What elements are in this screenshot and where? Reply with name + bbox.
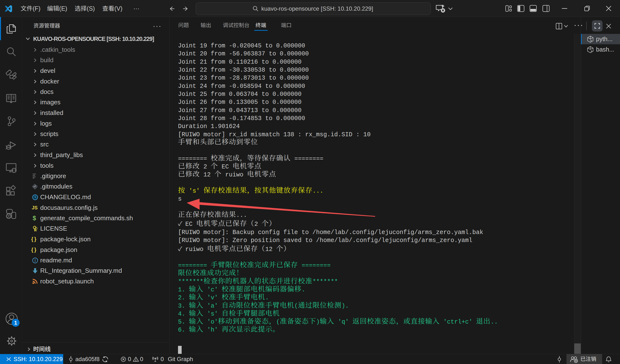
svg-text:$: $ — [591, 40, 592, 42]
svg-text:$: $ — [591, 50, 592, 53]
